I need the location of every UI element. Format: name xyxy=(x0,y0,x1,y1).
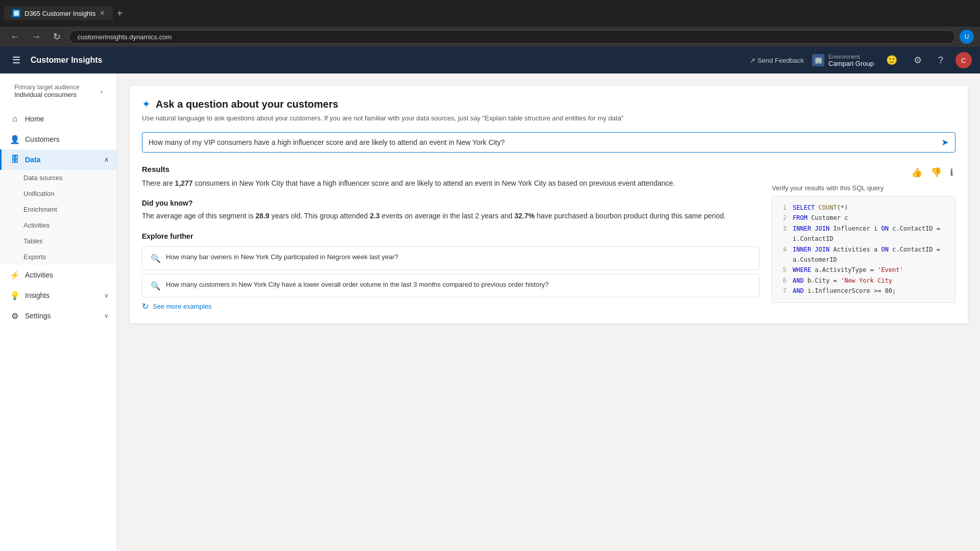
insights-expand-icon: ∨ xyxy=(104,292,109,299)
customers-icon: 👤 xyxy=(10,134,20,144)
search-input[interactable] xyxy=(149,138,937,146)
results-left: Results There are 1,277 consumers in New… xyxy=(142,165,760,311)
sidebar-item-customers[interactable]: 👤 Customers xyxy=(0,129,117,149)
main-card: ✦ Ask a question about your customers Us… xyxy=(130,86,968,323)
environment-info: 🏢 Environment Campari Group xyxy=(812,54,874,67)
sidebar-item-customers-label: Customers xyxy=(25,135,60,143)
sparkle-icon: ✦ xyxy=(142,98,151,110)
did-you-know-title: Did you know? xyxy=(142,199,760,207)
explore-section: Explore further 🔍 How many bar owners in… xyxy=(142,232,760,311)
refresh-examples-icon: ↻ xyxy=(142,302,149,311)
sql-line-num-5: 5 xyxy=(778,265,787,275)
env-label: Environment xyxy=(828,54,874,60)
sidebar-item-activities-label: Activities xyxy=(25,271,53,279)
info-btn[interactable]: ℹ xyxy=(948,165,955,180)
sql-line-num-7: 7 xyxy=(778,286,787,296)
sidebar-item-settings[interactable]: ⚙ Settings ∨ xyxy=(0,306,117,326)
chevron-right-icon: › xyxy=(100,87,103,95)
see-more-btn[interactable]: ↻ See more examples xyxy=(142,302,760,311)
sql-line-num-1: 1 xyxy=(778,203,787,213)
sidebar-item-insights-label: Insights xyxy=(25,291,50,299)
sub-nav-data-sources[interactable]: Data sources xyxy=(0,170,117,186)
dyk-mid2: events on average in the last 2 years an… xyxy=(380,212,514,220)
emoji-btn[interactable]: 🙂 xyxy=(882,53,901,68)
thumbs-down-btn[interactable]: 👎 xyxy=(928,165,944,180)
search-send-btn[interactable]: ➤ xyxy=(941,137,949,148)
dyk-events: 2.3 xyxy=(370,212,379,220)
sub-nav-tables[interactable]: Tables xyxy=(0,233,117,249)
sidebar-item-activities[interactable]: ⚡ Activities xyxy=(0,265,117,285)
browser-nav: ← → ↻ customerinsights.dynamics.com U xyxy=(0,27,980,47)
data-expand-icon: ∧ xyxy=(104,156,109,163)
sidebar-item-data[interactable]: 🗄 Data ∧ xyxy=(0,149,117,170)
results-right: 👍 👎 ℹ Verify your results with this SQL … xyxy=(772,165,955,311)
results-section: Results There are 1,277 consumers in New… xyxy=(142,165,760,189)
sql-code-7: AND i.InfluencerScore >= 80; xyxy=(793,286,896,296)
thumbs-up-btn[interactable]: 👍 xyxy=(909,165,924,180)
feedback-label: Send Feedback xyxy=(757,57,804,64)
sql-line-6: 6 AND b.City = 'New York City xyxy=(778,276,949,286)
sidebar-header: Primary target audience Individual consu… xyxy=(0,73,117,107)
nav-right: U xyxy=(960,30,974,44)
sql-line-3: 3 INNER JOIN Influencer i ON c.ContactID… xyxy=(778,223,949,244)
sql-line-7: 7 AND i.InfluencerScore >= 80; xyxy=(778,286,949,296)
explore-title: Explore further xyxy=(142,232,760,240)
explore-item-2[interactable]: 🔍 How many customers in New York City ha… xyxy=(142,274,760,297)
activities-icon: ⚡ xyxy=(10,270,20,280)
tab-title: D365 Customer Insights xyxy=(24,10,95,17)
verify-label: Verify your results with this SQL query xyxy=(772,184,955,192)
insights-icon: 💡 xyxy=(10,290,20,300)
sidebar-item-settings-label: Settings xyxy=(25,312,51,320)
sql-code-5: WHERE a.ActivityType = 'Event' xyxy=(793,265,903,275)
results-header: Results xyxy=(142,165,760,173)
sidebar-item-insights[interactable]: 💡 Insights ∨ xyxy=(0,285,117,306)
page-title: Ask a question about your customers xyxy=(156,98,338,110)
search-box: ➤ xyxy=(142,132,955,153)
tab-close-btn[interactable]: × xyxy=(100,9,104,17)
top-nav-right: ↗ Send Feedback 🏢 Environment Campari Gr… xyxy=(750,52,972,68)
dyk-mid1: years old. This group attended xyxy=(270,212,370,220)
dyk-suffix: have purchased a bourbon product during … xyxy=(535,212,726,220)
user-avatar[interactable]: C xyxy=(955,52,972,68)
browser-chrome: D365 Customer Insights × + xyxy=(0,0,980,27)
top-nav-left: ☰ Customer Insights xyxy=(8,53,102,68)
primary-target-section[interactable]: Primary target audience Individual consu… xyxy=(8,80,109,103)
help-btn[interactable]: ? xyxy=(934,53,947,68)
page-header: ✦ Ask a question about your customers xyxy=(142,98,955,110)
new-tab-btn[interactable]: + xyxy=(117,8,123,19)
did-you-know-text: The average age of this segment is 28.9 … xyxy=(142,210,760,221)
back-btn[interactable]: ← xyxy=(6,30,23,44)
settings-btn[interactable]: ⚙ xyxy=(910,53,926,68)
sql-code-4: INNER JOIN Activities a ON c.ContactID =… xyxy=(793,244,949,265)
explore-item-2-text: How many customers in New York City have… xyxy=(166,281,549,288)
data-sub-nav: Data sources Unification Enrichment Acti… xyxy=(0,170,117,265)
refresh-btn[interactable]: ↻ xyxy=(49,29,65,44)
browser-user-avatar[interactable]: U xyxy=(960,30,974,44)
sidebar-item-data-label: Data xyxy=(25,156,40,164)
environment-icon: 🏢 xyxy=(812,54,824,66)
sub-nav-enrichment[interactable]: Enrichment xyxy=(0,202,117,217)
env-text: Environment Campari Group xyxy=(828,54,874,67)
results-text: There are 1,277 consumers in New York Ci… xyxy=(142,178,760,189)
forward-btn[interactable]: → xyxy=(28,30,45,44)
sub-nav-unification[interactable]: Unification xyxy=(0,186,117,202)
sub-nav-activities[interactable]: Activities xyxy=(0,217,117,233)
sidebar-item-home[interactable]: ⌂ Home xyxy=(0,109,117,129)
sql-line-num-2: 2 xyxy=(778,213,787,223)
address-bar[interactable]: customerinsights.dynamics.com xyxy=(69,30,955,44)
main-content: ✦ Ask a question about your customers Us… xyxy=(117,73,980,551)
primary-target-text: Primary target audience Individual consu… xyxy=(14,84,79,98)
tab-favicon xyxy=(12,9,20,17)
sub-nav-exports[interactable]: Exports xyxy=(0,249,117,265)
sql-line-num-3: 3 xyxy=(778,223,787,244)
results-count: 1,277 xyxy=(175,179,193,187)
sidebar: Primary target audience Individual consu… xyxy=(0,73,117,551)
primary-target-value: Individual consumers xyxy=(14,91,79,98)
hamburger-menu[interactable]: ☰ xyxy=(8,53,24,68)
results-suffix: consumers in New York City that have a h… xyxy=(193,179,675,187)
results-layout: Results There are 1,277 consumers in New… xyxy=(142,165,955,311)
explore-item-2-icon: 🔍 xyxy=(151,281,161,291)
send-feedback-btn[interactable]: ↗ Send Feedback xyxy=(750,57,804,64)
browser-tab[interactable]: D365 Customer Insights × xyxy=(4,6,113,20)
explore-item-1[interactable]: 🔍 How many bar owners in New York City p… xyxy=(142,246,760,270)
